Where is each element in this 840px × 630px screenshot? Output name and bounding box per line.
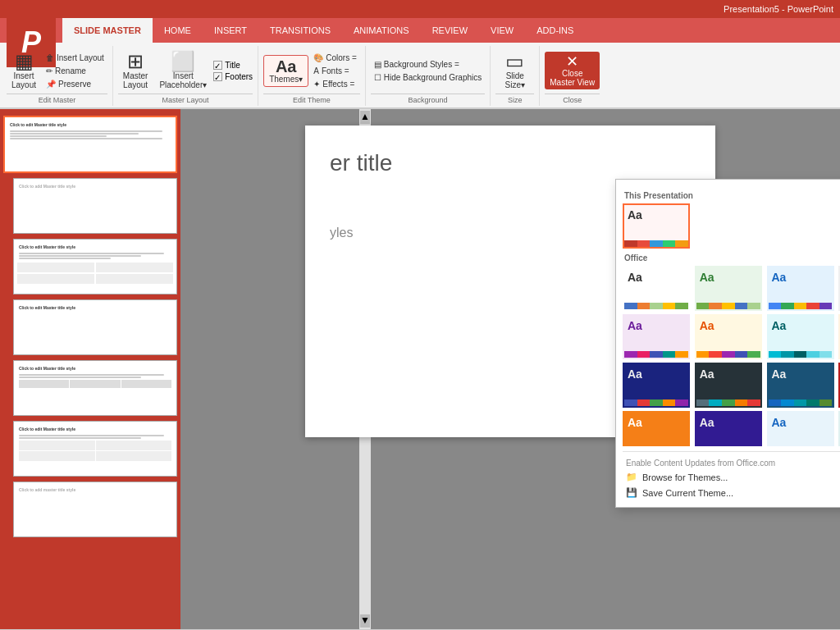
themes-divider xyxy=(623,451,840,452)
main-layout: Click to edit Master title style Click t… xyxy=(0,109,840,629)
delete-icon: 🗑 xyxy=(46,53,54,62)
slide-title: er title xyxy=(330,150,691,176)
browse-themes-label: Browse for Themes... xyxy=(642,472,728,482)
tab-review[interactable]: REVIEW xyxy=(421,18,479,43)
theme-office9[interactable]: Aa xyxy=(623,363,690,408)
theme-office10[interactable]: Aa xyxy=(695,363,762,408)
theme-office6[interactable]: Aa xyxy=(695,314,762,359)
group-edit-theme-label: Edit Theme xyxy=(263,94,360,104)
this-presentation-label: This Presentation xyxy=(624,191,840,200)
themes-dropdown: This Presentation Aa Office xyxy=(615,179,840,508)
group-size: ▭ SlideSize▾ Size xyxy=(491,46,540,106)
tab-view[interactable]: VIEW xyxy=(479,18,525,43)
tab-insert[interactable]: INSERT xyxy=(203,18,258,43)
group-master-layout-label: Master Layout xyxy=(118,94,253,104)
fonts-icon: A xyxy=(313,66,319,75)
themes-icon: Aa xyxy=(276,58,297,75)
slide-size-button[interactable]: ▭ SlideSize▾ xyxy=(499,49,532,92)
slide-size-icon: ▭ xyxy=(505,52,524,71)
preserve-icon: 📌 xyxy=(46,80,56,89)
rename-icon: ✏ xyxy=(46,66,52,75)
this-presentation-grid: Aa xyxy=(623,203,840,249)
hide-background-button[interactable]: ☐ Hide Background Graphics xyxy=(371,71,486,84)
group-close: ✕ CloseMaster View Close xyxy=(540,46,605,106)
office-themes-scroll[interactable]: Aa Aa xyxy=(623,266,840,446)
group-edit-master: ▦ InsertLayout 🗑 Insert Layout ✏ Rename … xyxy=(2,46,113,106)
browse-themes-button[interactable]: 📁 Browse for Themes... xyxy=(623,469,840,485)
theme-office5[interactable]: Aa xyxy=(623,314,690,359)
effects-button[interactable]: ✦ Effects = xyxy=(310,78,360,90)
background-styles-icon: ▤ xyxy=(374,60,381,69)
background-styles-button[interactable]: ▤ Background Styles = xyxy=(371,58,486,71)
slide-title-text: er title xyxy=(330,150,392,176)
master-layout-icon: ⊞ xyxy=(127,52,144,71)
slide-subtitle-text: yles xyxy=(330,226,353,240)
title-bar: Presentation5 - PowerPoint xyxy=(0,0,840,18)
themes-button[interactable]: Aa Themes▾ xyxy=(263,55,308,87)
office-themes-label: Office xyxy=(624,253,840,262)
close-master-icon: ✕ xyxy=(566,54,578,69)
delete-button[interactable]: 🗑 Insert Layout xyxy=(43,52,107,64)
save-current-theme-button[interactable]: 💾 Save Current Theme... xyxy=(623,485,840,500)
tab-transitions[interactable]: TRANSITIONS xyxy=(258,18,342,43)
ribbon-container: P SLIDE MASTER HOME INSERT TRANSITIONS A… xyxy=(0,18,840,109)
slide-thumb-1[interactable]: Click to edit Master title style xyxy=(3,116,177,173)
insert-placeholder-button[interactable]: ⬜ InsertPlaceholder▾ xyxy=(154,49,212,92)
theme-office15[interactable]: Aa xyxy=(767,411,834,446)
office-themes-row-3: Aa Aa xyxy=(623,363,840,408)
window-title: Presentation5 - PowerPoint xyxy=(724,4,833,14)
ribbon-tabs: P SLIDE MASTER HOME INSERT TRANSITIONS A… xyxy=(0,18,840,43)
colors-icon: 🎨 xyxy=(313,53,323,62)
group-edit-master-label: Edit Master xyxy=(7,94,107,104)
close-master-view-button[interactable]: ✕ CloseMaster View xyxy=(545,52,600,89)
insert-layout-button[interactable]: ▦ InsertLayout xyxy=(7,49,41,92)
effects-icon: ✦ xyxy=(313,80,320,89)
save-theme-icon: 💾 xyxy=(626,487,637,498)
slide-thumb-3[interactable]: Click to edit Master title style xyxy=(13,239,177,294)
group-size-label: Size xyxy=(495,94,534,104)
colors-button[interactable]: 🎨 Colors = xyxy=(310,52,360,64)
preserve-button[interactable]: 📌 Preserve xyxy=(43,78,107,90)
office-themes-row-4: Aa Aa xyxy=(623,411,840,446)
theme-office1[interactable]: Aa xyxy=(623,266,690,311)
office-themes-row-2: Aa Aa xyxy=(623,314,840,359)
theme-office7[interactable]: Aa xyxy=(767,314,834,359)
tab-animations[interactable]: ANIMATIONS xyxy=(342,18,421,43)
master-layout-button[interactable]: ⊞ MasterLayout xyxy=(118,49,153,92)
tab-slide-master[interactable]: SLIDE MASTER xyxy=(62,18,153,43)
theme-office11[interactable]: Aa xyxy=(767,363,834,408)
slide-thumb-5[interactable]: Click to edit Master title style xyxy=(13,360,177,416)
group-close-label: Close xyxy=(545,94,600,104)
theme-office2[interactable]: Aa xyxy=(695,266,762,311)
title-checkbox-item[interactable]: ✓ Title xyxy=(213,60,253,71)
save-theme-label: Save Current Theme... xyxy=(642,488,733,498)
ribbon-content: ▦ InsertLayout 🗑 Insert Layout ✏ Rename … xyxy=(0,43,840,108)
insert-layout-icon: ▦ xyxy=(15,52,34,71)
hide-background-icon: ☐ xyxy=(374,73,381,82)
footers-checkbox-item[interactable]: ✓ Footers xyxy=(213,71,253,82)
insert-placeholder-icon: ⬜ xyxy=(171,52,195,71)
sidebar[interactable]: Click to edit Master title style Click t… xyxy=(0,109,180,629)
theme-office3[interactable]: Aa xyxy=(767,266,834,311)
group-edit-theme: Aa Themes▾ 🎨 Colors = A Fonts = ✦ Effect… xyxy=(258,46,366,106)
browse-themes-icon: 📁 xyxy=(626,472,637,482)
theme-office14[interactable]: Aa xyxy=(695,411,762,446)
slide-thumb-7[interactable]: Click to add master title style xyxy=(13,482,177,537)
scroll-up-button[interactable]: ▲ xyxy=(360,111,370,124)
enable-content-updates-text: Enable Content Updates from Office.com xyxy=(623,457,840,469)
group-background: ▤ Background Styles = ☐ Hide Background … xyxy=(366,46,491,106)
fonts-button[interactable]: A Fonts = xyxy=(310,65,360,77)
slide-thumb-2[interactable]: Click to add Master title style xyxy=(13,178,177,234)
tab-home[interactable]: HOME xyxy=(153,18,203,43)
theme-current[interactable]: Aa xyxy=(623,203,690,249)
group-background-label: Background xyxy=(371,94,486,104)
scroll-down-button[interactable]: ▼ xyxy=(360,614,370,628)
tab-add-ins[interactable]: ADD-INS xyxy=(525,18,585,43)
slide-thumb-4[interactable]: Click to edit Master title style xyxy=(13,299,177,355)
office-themes-row-1: Aa Aa xyxy=(623,266,840,311)
slide-thumb-6[interactable]: Click to edit Master title style xyxy=(13,421,177,477)
rename-button[interactable]: ✏ Rename xyxy=(43,65,107,77)
footers-checkbox[interactable]: ✓ xyxy=(213,72,222,81)
title-checkbox[interactable]: ✓ xyxy=(213,61,222,70)
theme-office13[interactable]: Aa xyxy=(623,411,690,446)
